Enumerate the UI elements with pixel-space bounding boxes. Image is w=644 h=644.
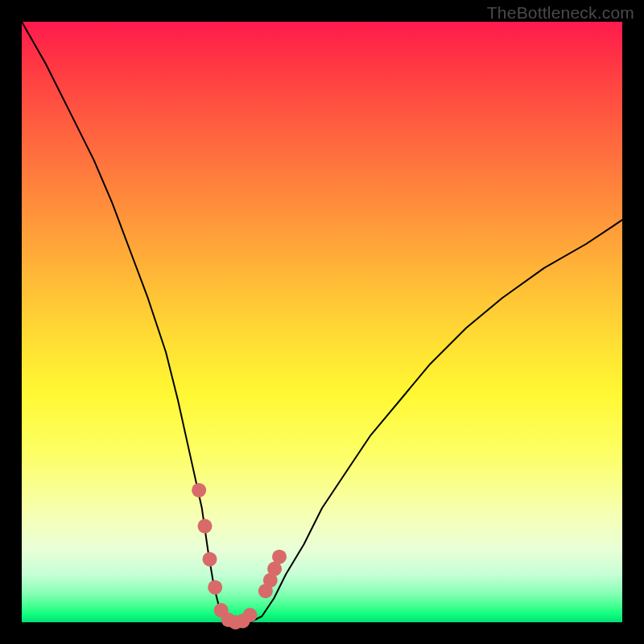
curve-marker <box>192 483 206 497</box>
curve-marker <box>198 519 213 534</box>
curve-marker <box>243 608 258 622</box>
bottleneck-curve <box>22 22 622 622</box>
plot-area <box>22 22 622 622</box>
attribution-text: TheBottleneck.com <box>487 3 634 23</box>
curve-marker <box>208 580 222 595</box>
chart-svg <box>22 22 622 622</box>
curve-marker <box>203 552 217 567</box>
curve-marker <box>272 550 287 564</box>
marker-group <box>192 483 287 630</box>
